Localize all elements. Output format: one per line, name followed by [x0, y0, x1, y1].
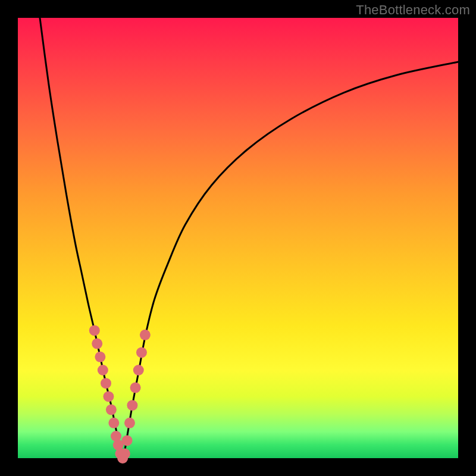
marker-dot: [127, 400, 137, 411]
curve-group: [40, 18, 458, 464]
chart-frame: TheBottleneck.com: [0, 0, 476, 476]
marker-dot: [95, 352, 105, 362]
marker-dot: [106, 405, 117, 415]
marker-dot: [89, 325, 100, 336]
marker-dot: [98, 365, 108, 375]
bottleneck-curve-svg: [18, 18, 458, 458]
marker-dot: [92, 339, 102, 349]
marker-dot: [140, 330, 151, 340]
watermark-text: TheBottleneck.com: [356, 2, 470, 18]
marker-dot: [130, 383, 141, 393]
marker-dot: [124, 418, 135, 428]
marker-dot: [103, 391, 114, 402]
marker-dot: [120, 449, 130, 459]
marker-dot: [136, 347, 147, 358]
marker-dot: [101, 378, 111, 389]
marker-dot: [108, 418, 119, 428]
curve-right-branch: [124, 62, 458, 458]
marker-dot: [133, 365, 144, 375]
marker-group: [89, 325, 151, 464]
marker-dot: [122, 435, 133, 446]
